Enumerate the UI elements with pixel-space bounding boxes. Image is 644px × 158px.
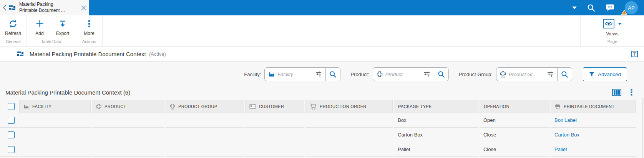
advanced-filter-button[interactable]: Advanced: [583, 67, 627, 81]
toolbar-group-actions: More Actions: [76, 15, 103, 46]
cell-operation: Close: [480, 142, 549, 157]
cell-production-order: [305, 142, 393, 157]
cell-product-group: [166, 128, 244, 142]
group-label-general: General: [5, 38, 20, 46]
views-button[interactable]: [603, 19, 622, 28]
filter-bar: Facility:: [0, 62, 644, 81]
advanced-label: Advanced: [598, 72, 621, 77]
product-icon: [377, 71, 383, 77]
cell-printable-document-link[interactable]: Pallet: [551, 142, 636, 157]
column-header-facility[interactable]: FACILITY: [19, 100, 91, 113]
plus-icon: [36, 19, 44, 28]
product-icon: [96, 104, 101, 109]
table-row[interactable]: Pallet Close Pallet: [0, 142, 644, 157]
column-header-product-group[interactable]: PRODUCT GROUP: [166, 100, 244, 113]
filter-options-icon[interactable]: [423, 71, 430, 77]
select-all-cell: [0, 100, 18, 113]
facility-filter-label: Facility:: [244, 72, 261, 77]
more-label: More: [84, 31, 94, 36]
chevron-down-icon[interactable]: [572, 7, 577, 9]
topbar-actions: AP: [89, 0, 644, 15]
column-label: PRINTABLE DOCUMENT: [564, 104, 614, 109]
column-header-product[interactable]: PRODUCT: [92, 100, 164, 113]
active-tab[interactable]: Material Packing Printable Document ...: [0, 0, 89, 15]
data-grid: FACILITY PRODUCT PRODUCT GROUP: [0, 100, 644, 157]
id-card-icon: [249, 104, 256, 109]
page-content: Facility:: [0, 62, 644, 158]
cell-product: [92, 128, 164, 142]
add-label: Add: [35, 31, 43, 36]
restore-icon[interactable]: [631, 51, 638, 57]
filter-options-icon[interactable]: [315, 71, 322, 77]
facility-search-button[interactable]: [325, 68, 340, 81]
product-group-search-input[interactable]: [509, 72, 544, 77]
filter-options-icon[interactable]: [547, 71, 554, 77]
refresh-icon: [9, 19, 17, 28]
table-row[interactable]: Box Open Box Label: [0, 113, 644, 128]
columns-icon[interactable]: [612, 89, 621, 96]
printer-icon: [555, 104, 561, 109]
close-icon[interactable]: [81, 5, 86, 10]
cell-production-order: [305, 113, 393, 128]
product-search-input[interactable]: [385, 72, 421, 77]
kebab-icon[interactable]: [631, 89, 632, 96]
group-label-actions: Actions: [82, 38, 96, 46]
search-icon[interactable]: [587, 4, 595, 12]
chevron-left-icon[interactable]: [3, 5, 7, 11]
cell-facility: [19, 128, 91, 142]
cell-product-group: [166, 142, 244, 157]
toolbar-group-general: Refresh General: [0, 15, 27, 46]
cell-printable-document-link[interactable]: Box Label: [551, 113, 636, 128]
cell-facility: [19, 142, 91, 157]
select-all-checkbox[interactable]: [8, 103, 15, 110]
column-header-printable-document[interactable]: PRINTABLE DOCUMENT: [551, 100, 636, 113]
row-checkbox[interactable]: [8, 117, 15, 124]
toolbar-group-page: Views Page: [580, 15, 644, 46]
cell-package-type: Carton Box: [394, 128, 478, 142]
chat-icon[interactable]: [606, 4, 614, 12]
cell-customer: [245, 113, 304, 128]
facility-search-input[interactable]: [277, 72, 312, 77]
table-row[interactable]: Carton Box Close Carton Box: [0, 128, 644, 142]
product-group-icon: [500, 71, 506, 78]
row-checkbox[interactable]: [8, 146, 15, 153]
product-group-search-button[interactable]: [557, 68, 572, 81]
cell-operation: Open: [480, 113, 549, 128]
table-title: Material Packing Printable Document Cont…: [5, 89, 130, 96]
add-button[interactable]: Add: [28, 15, 51, 38]
column-header-package-type[interactable]: PACKAGE TYPE: [394, 100, 478, 113]
refresh-label: Refresh: [5, 31, 21, 36]
cell-product-group: [166, 113, 244, 128]
column-label: OPERATION: [484, 104, 510, 109]
refresh-button[interactable]: Refresh: [2, 15, 25, 38]
column-header-customer[interactable]: CUSTOMER: [245, 100, 304, 113]
row-checkbox[interactable]: [8, 131, 15, 138]
column-label: PRODUCT GROUP: [178, 104, 217, 109]
export-icon: [59, 19, 66, 28]
scrollbar[interactable]: [642, 98, 644, 158]
avatar[interactable]: AP: [625, 1, 638, 14]
product-group-icon: [170, 104, 175, 110]
more-button[interactable]: More: [78, 15, 101, 38]
funnel-icon: [589, 72, 594, 77]
cell-package-type: Pallet: [394, 142, 478, 157]
column-header-operation[interactable]: OPERATION: [480, 100, 549, 113]
cell-customer: [245, 128, 304, 142]
tab-title: Material Packing Printable Document ...: [19, 2, 80, 13]
export-label: Export: [56, 31, 70, 36]
column-label: PRODUCT: [105, 104, 126, 109]
page-title-bar: Material Packing Printable Document Cont…: [0, 47, 644, 62]
page-title: Material Packing Printable Document Cont…: [30, 51, 146, 57]
status-badge: (Active): [149, 51, 166, 57]
group-label-table-data: Table Data: [41, 38, 61, 46]
product-search-button[interactable]: [434, 68, 448, 81]
kebab-icon: [88, 19, 90, 28]
export-button[interactable]: Export: [51, 15, 74, 38]
cell-operation: Close: [480, 128, 549, 142]
views-label: Views: [606, 31, 619, 37]
column-header-production-order[interactable]: PRODUCTION ORDER: [305, 100, 393, 113]
cell-printable-document-link[interactable]: Carton Box: [551, 128, 636, 142]
eye-icon: [603, 19, 614, 28]
cell-production-order: [305, 128, 393, 142]
cell-facility: [19, 113, 91, 128]
